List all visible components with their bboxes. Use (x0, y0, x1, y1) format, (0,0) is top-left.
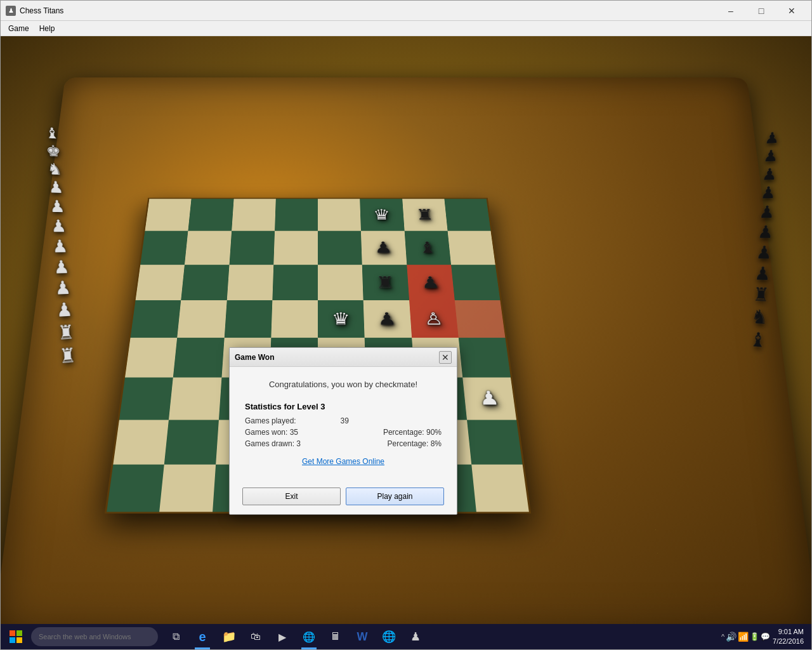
congratulations-text: Congratulations, you won by checkmate! (245, 380, 442, 389)
window-controls: – □ ✕ (716, 1, 806, 21)
stat-won-label: Games won: 35 (245, 428, 298, 437)
online-link-container: Get More Games Online (245, 457, 442, 466)
store-icon[interactable]: 🛍 (243, 624, 268, 649)
dialog-overlay: Game Won ✕ Congratulations, you won by c… (1, 36, 811, 624)
menu-game[interactable]: Game (3, 22, 34, 36)
game-won-dialog: Game Won ✕ Congratulations, you won by c… (229, 347, 457, 515)
taskbar: ⧉ e 📁 🛍 ▶ 🌐 🖩 W 🌐 ♟ ^ 🔊 📶 🔋 💬 9:01 AM 7/… (1, 624, 811, 649)
chrome-icon[interactable]: 🌐 (296, 624, 322, 649)
play-again-button[interactable]: Play again (346, 488, 444, 505)
logo-red (10, 630, 15, 636)
stat-row-won: Games won: 35 Percentage: 90% (245, 428, 442, 437)
logo-blue (10, 637, 15, 643)
stat-won-pct: Percentage: 90% (383, 428, 442, 437)
window-title: Chess Titans (20, 6, 716, 15)
stat-row-played: Games played: 39 (245, 416, 442, 425)
dialog-title: Game Won (235, 353, 274, 362)
system-tray: ^ 🔊 📶 🔋 💬 (721, 632, 770, 642)
tray-chevron[interactable]: ^ (721, 633, 724, 640)
media-icon[interactable]: ▶ (270, 624, 295, 649)
maximize-button[interactable]: □ (747, 1, 776, 21)
close-button[interactable]: ✕ (777, 1, 806, 21)
dialog-content: Congratulations, you won by checkmate! S… (230, 367, 457, 481)
tray-speaker[interactable]: 🔊 (726, 632, 737, 642)
taskbar-search-input[interactable] (31, 627, 158, 646)
title-bar: ♟ Chess Titans – □ ✕ (1, 1, 811, 21)
ie-icon[interactable]: 🌐 (376, 624, 402, 649)
stat-drawn-pct: Percentage: 8% (388, 439, 442, 448)
stat-played-value: 39 (340, 416, 348, 425)
taskbar-right: ^ 🔊 📶 🔋 💬 9:01 AM 7/22/2016 (721, 627, 809, 647)
task-view-icon[interactable]: ⧉ (163, 624, 188, 649)
minimize-button[interactable]: – (716, 1, 745, 21)
taskbar-icons: ⧉ e 📁 🛍 ▶ 🌐 🖩 W 🌐 ♟ (163, 624, 428, 649)
stat-row-drawn: Games drawn: 3 Percentage: 8% (245, 439, 442, 448)
stat-played-label: Games played: (245, 416, 296, 425)
edge-icon[interactable]: e (190, 624, 215, 649)
stats-title: Statistics for Level 3 (245, 402, 442, 411)
dialog-close-button[interactable]: ✕ (439, 351, 452, 364)
tray-message[interactable]: 💬 (761, 632, 770, 641)
stat-played-pct (440, 416, 442, 425)
logo-yellow (16, 637, 22, 643)
tray-network[interactable]: 📶 (738, 632, 749, 642)
app-window: ♟ Chess Titans – □ ✕ Game Help ♝ ♚ ♞ ♟ ♟… (0, 0, 812, 650)
get-more-games-link[interactable]: Get More Games Online (302, 457, 384, 466)
dialog-buttons: Exit Play again (230, 481, 457, 514)
tray-battery[interactable]: 🔋 (750, 632, 759, 641)
menu-bar: Game Help (1, 21, 811, 36)
game-area: ♝ ♚ ♞ ♟ ♟ ♟ ♟ ♟ ♟ ♟ ♜ ♜ ♟ ♟ ♟ ♟ ♟ ♟ ♟ ♟ … (1, 36, 811, 624)
date-display: 7/22/2016 (773, 637, 804, 646)
clock[interactable]: 9:01 AM 7/22/2016 (773, 627, 804, 647)
menu-help[interactable]: Help (34, 22, 60, 36)
logo-green (16, 630, 22, 636)
exit-button[interactable]: Exit (242, 488, 341, 505)
chess-icon[interactable]: ♟ (403, 624, 428, 649)
app-icon: ♟ (6, 6, 16, 16)
word-icon[interactable]: W (350, 624, 375, 649)
time-display: 9:01 AM (773, 627, 804, 637)
stat-drawn-label: Games drawn: 3 (245, 439, 301, 448)
dialog-title-bar: Game Won ✕ (230, 348, 457, 367)
stat-played-pct-label (393, 416, 395, 425)
file-explorer-icon[interactable]: 📁 (216, 624, 242, 649)
calc-icon[interactable]: 🖩 (323, 624, 348, 649)
windows-logo (10, 630, 22, 643)
start-button[interactable] (3, 624, 29, 649)
